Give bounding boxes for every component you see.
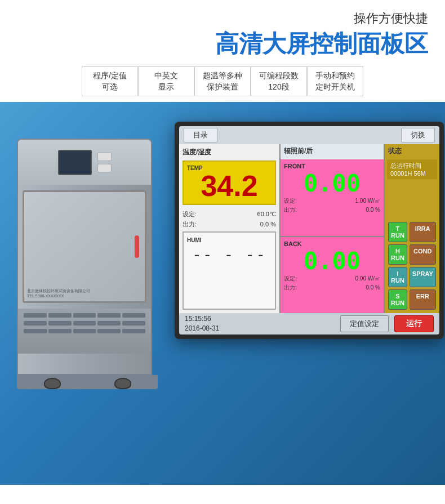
feature-2: 中英文 显示 [138, 66, 194, 96]
door-handle [135, 235, 139, 258]
features-row: 程序/定值 可选 中英文 显示 超温等多种 保护装置 可编程段数 120段 手动… [17, 66, 428, 96]
status-buttons: T RUN IRRA H RUN COND I RUN SPRAY S RUN … [385, 218, 439, 313]
machine-label: 北京微林软控环境试验设备有限公司 TEL:5386-XXXXXXX [27, 288, 90, 298]
feature-4: 可编程段数 120段 [251, 66, 307, 96]
wheel-left [44, 378, 61, 389]
cp-time-value: 15:15:56 [185, 314, 219, 324]
irra-front: FRONT 0.00 设定: 1.00 W/㎡ 出力: 0.0 % [281, 159, 384, 237]
machine-area: 北京微林软控环境试验设备有限公司 TEL:5386-XXXXXXX [17, 139, 163, 389]
temp-setpoint: 设定: 60.0℃ [183, 209, 276, 220]
btn-i-run[interactable]: I RUN [388, 267, 407, 287]
monitor-frame: 目录 切换 温度/湿度 TEMP 34.2 设定: [175, 122, 444, 339]
cp-header: 目录 切换 [179, 126, 439, 144]
runtime-display: 总运行时间 00001H 56M [387, 159, 437, 179]
vent-slot [97, 329, 121, 333]
top-section: 操作方便快捷 高清大屏控制面板区 程序/定值 可选 中英文 显示 超温等多种 保… [0, 0, 445, 102]
vent-slot [48, 329, 72, 333]
cp-datetime: 15:15:56 2016-08-31 [185, 314, 219, 333]
wheel-right [114, 378, 131, 389]
vent-slot [73, 329, 96, 333]
temp-output: 出力: 0.0 % [183, 220, 276, 230]
vent-slot [122, 321, 145, 325]
irra-front-value: 0.00 [284, 171, 380, 197]
panel-irra: 辐照前/后 FRONT 0.00 设定: 1.00 W/㎡ 出力: 0.0 % [281, 144, 385, 313]
machine-bottom [18, 309, 151, 354]
btn-h-run[interactable]: H RUN [388, 244, 407, 265]
irra-front-tag: FRONT [284, 163, 380, 170]
vent-slot [122, 329, 145, 333]
feature-3: 超温等多种 保护装置 [194, 66, 251, 96]
vent-slot [122, 313, 145, 318]
irra-back: BACK 0.00 设定: 0.00 W/㎡ 出力: 0.0 % [281, 237, 384, 314]
status-label: 状态 [385, 144, 439, 158]
temp-humi-label: 温度/湿度 [183, 148, 276, 157]
vent-slot [48, 313, 72, 318]
irra-label: 辐照前/后 [281, 144, 384, 158]
vent-row-1 [24, 313, 145, 318]
humi-display: HUMI -- - -- [183, 231, 276, 310]
feature-5: 手动和预约 定时开关机 [307, 66, 363, 96]
irra-back-settings: 设定: 0.00 W/㎡ 出力: 0.0 % [284, 274, 380, 292]
cp-tab-menu[interactable]: 目录 [184, 128, 217, 142]
control-btn-1 [97, 153, 112, 161]
vent-slot [73, 321, 96, 325]
btn-cond[interactable]: COND [410, 244, 436, 265]
btn-t-run[interactable]: T RUN [388, 222, 407, 242]
btn-s-run[interactable]: S RUN [388, 289, 407, 310]
panel-temp-humi: 温度/湿度 TEMP 34.2 设定: 60.0℃ 出力: [179, 144, 281, 313]
vent-row-3 [24, 329, 145, 333]
temp-value: 34.2 [187, 171, 272, 200]
cp-footer: 15:15:56 2016-08-31 定值设定 运行 [179, 313, 439, 334]
control-btn-2 [97, 164, 112, 172]
irra-front-settings: 设定: 1.00 W/㎡ 出力: 0.0 % [284, 197, 380, 215]
humi-tag: HUMI [187, 237, 272, 243]
screen-container: 目录 切换 温度/湿度 TEMP 34.2 设定: [175, 122, 444, 339]
main-title: 高清大屏控制面板区 [17, 28, 428, 60]
vent-slot [24, 313, 47, 318]
cp-run-btn[interactable]: 运行 [394, 315, 434, 332]
main-section: 北京微林软控环境试验设备有限公司 TEL:5386-XXXXXXX [0, 102, 445, 485]
vent-slot [97, 321, 121, 325]
machine-top-panel [18, 140, 151, 185]
irra-back-value: 0.00 [284, 248, 380, 274]
panel-status: 状态 总运行时间 00001H 56M T RUN IRRA H RUN CON… [385, 144, 439, 313]
vent-slot [48, 321, 72, 325]
temp-settings: 设定: 60.0℃ 出力: 0.0 % [183, 209, 276, 229]
vent-slot [73, 313, 96, 318]
cp-date-value: 2016-08-31 [185, 324, 219, 333]
temp-display: TEMP 34.2 [183, 160, 276, 205]
humi-dashes: -- - -- [187, 246, 272, 264]
machine-controls [97, 153, 112, 172]
monitor-screen: 目录 切换 温度/湿度 TEMP 34.2 设定: [179, 126, 439, 334]
cp-body: 温度/湿度 TEMP 34.2 设定: 60.0℃ 出力: [179, 144, 439, 313]
cp-tab-switch[interactable]: 切换 [401, 128, 435, 142]
btn-err[interactable]: ERR [410, 289, 436, 310]
vent-slot [24, 329, 47, 333]
subtitle: 操作方便快捷 [17, 10, 428, 27]
machine-base [17, 375, 158, 389]
cp-setpoint-btn[interactable]: 定值设定 [340, 315, 389, 332]
btn-spray[interactable]: SPRAY [410, 267, 436, 287]
vent-slot [97, 313, 121, 318]
vent-row-2 [24, 321, 145, 325]
feature-1: 程序/定值 可选 [82, 66, 138, 96]
btn-irra[interactable]: IRRA [410, 222, 436, 242]
vent-slot [24, 321, 47, 325]
irra-back-tag: BACK [284, 240, 380, 247]
machine-door: 北京微林软控环境试验设备有限公司 TEL:5386-XXXXXXX [23, 190, 146, 303]
machine-mini-screen [58, 150, 92, 175]
machine-body: 北京微林软控环境试验设备有限公司 TEL:5386-XXXXXXX [17, 139, 152, 375]
